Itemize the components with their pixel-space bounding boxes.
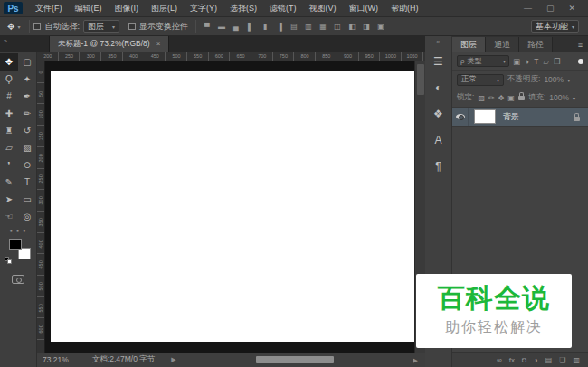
- link-layers-icon[interactable]: ∞: [497, 356, 502, 364]
- distribute-bottom-icon[interactable]: ▦: [318, 23, 327, 31]
- path-select-tool[interactable]: ➤: [0, 191, 18, 208]
- menu-view[interactable]: 视图(V): [303, 3, 343, 14]
- new-layer-icon[interactable]: ❏: [559, 356, 565, 364]
- paragraph-panel-icon[interactable]: ¶: [425, 153, 451, 179]
- quick-select-tool[interactable]: ✦: [18, 71, 36, 88]
- clone-stamp-tool[interactable]: ♜: [0, 122, 18, 139]
- shape-tool[interactable]: ▭: [18, 191, 36, 208]
- distribute-hcenter-icon[interactable]: ◧: [347, 23, 356, 31]
- show-transform-checkbox[interactable]: [128, 23, 136, 30]
- pen-tool[interactable]: ✎: [0, 174, 18, 191]
- tab-channels[interactable]: 通道: [486, 37, 519, 52]
- menu-help[interactable]: 帮助(H): [384, 3, 425, 14]
- align-right-icon[interactable]: ▐: [275, 23, 284, 31]
- styles-panel-icon[interactable]: ❖: [425, 100, 451, 127]
- visibility-cell[interactable]: [452, 108, 469, 126]
- blur-tool[interactable]: ❜: [0, 156, 18, 174]
- lock-artboard-icon[interactable]: ▣: [507, 94, 515, 102]
- minimize-button[interactable]: —: [524, 4, 532, 13]
- distribute-left-icon[interactable]: ◫: [333, 23, 342, 31]
- zoom-level[interactable]: 73.21%: [43, 355, 69, 364]
- foreground-color-swatch[interactable]: [9, 239, 22, 250]
- gradient-tool[interactable]: ▧: [18, 139, 36, 156]
- menu-filter[interactable]: 滤镜(T): [263, 3, 303, 14]
- document-canvas[interactable]: [51, 71, 414, 342]
- menu-window[interactable]: 窗口(W): [343, 3, 385, 14]
- menu-file[interactable]: 文件(F): [29, 3, 69, 14]
- healing-brush-tool[interactable]: ✚: [0, 105, 18, 122]
- crop-tool[interactable]: #: [0, 88, 18, 105]
- distribute-vcenter-icon[interactable]: ▥: [304, 23, 313, 31]
- status-expand-icon[interactable]: ▶: [171, 356, 175, 363]
- align-left-icon[interactable]: ▌: [246, 23, 255, 31]
- eraser-tool[interactable]: ▱: [0, 139, 18, 156]
- filter-pixel-icon[interactable]: ▣: [513, 57, 520, 66]
- layer-thumbnail[interactable]: [474, 109, 496, 124]
- align-hcenter-icon[interactable]: ▮: [261, 23, 270, 31]
- default-colors-icon[interactable]: [5, 257, 12, 264]
- edit-toolbar-icon[interactable]: ● ● ●: [0, 228, 36, 233]
- scroll-right-icon[interactable]: ▶: [413, 357, 418, 364]
- menu-edit[interactable]: 编辑(E): [69, 3, 109, 14]
- filter-adjustment-icon[interactable]: ◑: [525, 57, 529, 66]
- menu-type[interactable]: 文字(Y): [184, 3, 223, 14]
- quick-mask-button[interactable]: [12, 275, 24, 284]
- history-brush-tool[interactable]: ↺: [18, 122, 36, 139]
- align-vcenter-icon[interactable]: ▬: [217, 23, 226, 31]
- maximize-button[interactable]: ▢: [546, 4, 555, 13]
- delete-layer-icon[interactable]: ▥: [573, 356, 580, 364]
- align-top-icon[interactable]: ▀: [203, 23, 212, 31]
- layer-style-icon[interactable]: fx: [509, 356, 515, 364]
- lock-position-icon[interactable]: ✥: [498, 94, 505, 102]
- zoom-tool[interactable]: ◎: [18, 208, 36, 225]
- lock-all-icon[interactable]: [518, 96, 525, 100]
- adjustment-layer-icon[interactable]: ◑: [534, 356, 538, 364]
- tab-overflow-icon[interactable]: »: [4, 38, 8, 44]
- filter-shape-icon[interactable]: ▱: [543, 57, 549, 66]
- collapse-panels-icon[interactable]: «: [425, 36, 451, 48]
- adjustments-panel-icon[interactable]: ◐: [425, 74, 451, 100]
- layer-mask-icon[interactable]: ◘: [522, 356, 526, 364]
- distribute-right-icon[interactable]: ◨: [362, 23, 371, 31]
- layer-row-background[interactable]: 背景: [452, 107, 588, 127]
- move-tool[interactable]: ✥: [0, 53, 18, 71]
- dodge-tool[interactable]: ⊙: [18, 156, 36, 174]
- auto-select-checkbox[interactable]: [33, 23, 41, 30]
- auto-align-icon[interactable]: ▣: [376, 23, 385, 31]
- eyedropper-tool[interactable]: ✒: [18, 88, 36, 105]
- horizontal-scrollbar-thumb[interactable]: [256, 356, 334, 363]
- color-panel-icon[interactable]: ☰: [425, 48, 451, 74]
- distribute-top-icon[interactable]: ▤: [289, 23, 299, 31]
- character-panel-icon[interactable]: A: [425, 127, 451, 153]
- lock-pixels-icon[interactable]: ✏: [488, 94, 495, 102]
- lasso-tool[interactable]: Ϙ: [0, 71, 18, 88]
- fill-value[interactable]: 100%: [549, 93, 569, 102]
- close-button[interactable]: ✕: [568, 4, 575, 13]
- lock-transparent-icon[interactable]: ▨: [478, 94, 485, 102]
- tab-paths[interactable]: 路径: [519, 37, 553, 52]
- opacity-value[interactable]: 100%: [544, 75, 564, 84]
- filter-type-dropdown[interactable]: ρ 类型 ▾: [457, 55, 509, 67]
- close-tab-icon[interactable]: ×: [156, 40, 161, 48]
- type-tool[interactable]: T: [18, 174, 36, 191]
- menu-image[interactable]: 图像(I): [109, 3, 146, 14]
- menu-select[interactable]: 选择(S): [223, 3, 263, 14]
- brush-tool[interactable]: ✏: [18, 105, 36, 122]
- tab-layers[interactable]: 图层: [452, 37, 486, 52]
- menu-layer[interactable]: 图层(L): [145, 3, 184, 14]
- layer-group-icon[interactable]: ▤: [545, 356, 553, 364]
- vertical-scrollbar-thumb[interactable]: [417, 64, 424, 95]
- workspace-switcher[interactable]: 基本功能 ▾: [531, 20, 579, 33]
- panel-menu-icon[interactable]: ≡: [578, 41, 588, 52]
- filter-toggle-icon[interactable]: [578, 59, 583, 64]
- hand-tool[interactable]: ☜: [0, 208, 18, 225]
- current-tool-button[interactable]: ✥ ▾: [0, 22, 25, 32]
- marquee-tool[interactable]: ▢: [18, 53, 36, 71]
- filter-type-icon[interactable]: T: [534, 57, 538, 66]
- filter-smart-object-icon[interactable]: ❒: [554, 57, 561, 66]
- blend-mode-dropdown[interactable]: 正常 ▾: [457, 74, 504, 86]
- auto-select-dropdown[interactable]: 图层 ▾: [83, 20, 119, 33]
- ruler-label: 800: [294, 52, 316, 61]
- document-tab[interactable]: 未标题-1 @ 73.2%(RGB/8) ×: [49, 36, 169, 52]
- align-bottom-icon[interactable]: ▄: [232, 23, 241, 31]
